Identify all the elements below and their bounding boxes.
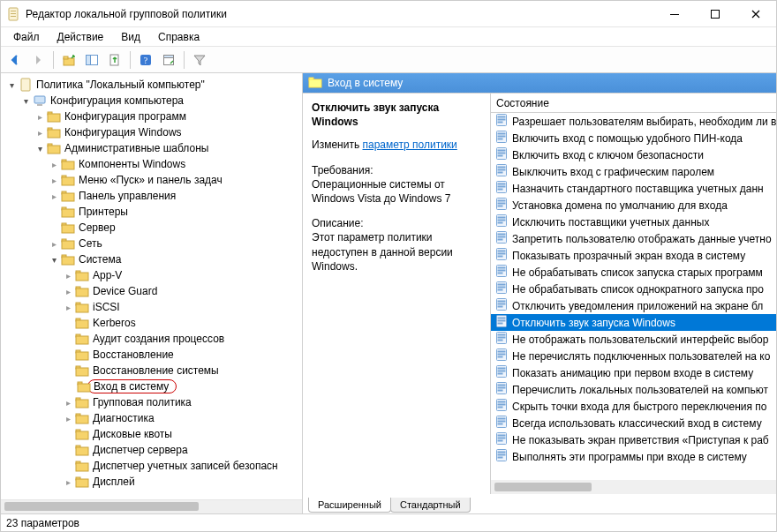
folder-icon <box>75 411 89 425</box>
svg-rect-131 <box>498 373 502 374</box>
settings-list-item[interactable]: Включить вход с помощью удобного ПИН-код… <box>491 130 776 146</box>
filter-button[interactable] <box>189 49 210 71</box>
folder-icon <box>75 475 89 489</box>
tree-computer-config[interactable]: Конфигурация компьютера <box>20 93 302 109</box>
svg-rect-21 <box>48 130 60 138</box>
svg-rect-151 <box>498 457 502 458</box>
tree-item[interactable]: Диспетчер учетных записей безопасн <box>63 458 302 474</box>
tree-admin-templates[interactable]: Административные шаблоны <box>34 140 302 156</box>
close-button[interactable] <box>736 1 776 26</box>
settings-list-item[interactable]: Скрыть точки входа для быстрого переключ… <box>491 398 776 415</box>
settings-list-item[interactable]: Разрешает пользователям выбирать, необхо… <box>491 113 776 130</box>
folder-icon <box>75 348 89 362</box>
settings-list[interactable]: Разрешает пользователям выбирать, необхо… <box>491 113 776 480</box>
settings-list-item[interactable]: Показать анимацию при первом входе в сис… <box>491 364 776 381</box>
tree-root[interactable]: Политика "Локальный компьютер" <box>6 77 302 93</box>
tab-standard[interactable]: Стандартный <box>390 498 471 513</box>
properties-button[interactable] <box>158 49 179 71</box>
folder-icon <box>61 221 75 235</box>
tree-item[interactable]: Восстановление системы <box>63 363 302 378</box>
settings-list-label: Выполнять эти программы при входе в сист… <box>512 451 747 463</box>
settings-list-item[interactable]: Выключить вход с графическим паролем <box>491 163 776 180</box>
svg-rect-130 <box>498 371 505 371</box>
tree-item[interactable]: Дисплей <box>63 474 302 490</box>
settings-list-item[interactable]: Показывать прозрачный экран входа в сист… <box>491 247 776 264</box>
svg-rect-129 <box>498 368 505 369</box>
tree-item[interactable]: Принтеры <box>49 204 302 220</box>
settings-list-item[interactable]: Отключить звук запуска Windows <box>491 314 776 331</box>
svg-rect-69 <box>498 116 505 117</box>
settings-list-item[interactable]: Не перечислять подключенных пользователе… <box>491 348 776 364</box>
menu-file[interactable]: Файл <box>6 29 47 45</box>
tree-item[interactable]: Панель управления <box>49 188 302 204</box>
tree-item[interactable]: iSCSI <box>63 299 302 315</box>
tree-system[interactable]: Система <box>49 251 302 267</box>
menu-view[interactable]: Вид <box>114 29 147 45</box>
svg-rect-81 <box>498 167 505 168</box>
settings-list-item[interactable]: Не обрабатывать список запуска старых пр… <box>491 264 776 281</box>
policy-setting-icon <box>494 448 509 465</box>
tree-item[interactable]: App-V <box>63 267 302 283</box>
settings-list-item[interactable]: Установка домена по умолчанию для входа <box>491 197 776 214</box>
tree-item[interactable]: Аудит создания процессов <box>63 331 302 347</box>
tree-item[interactable]: Конфигурация программ <box>34 109 302 124</box>
tree-item[interactable]: Дисковые квоты <box>63 426 302 442</box>
settings-list-item[interactable]: Всегда использовать классический вход в … <box>491 415 776 431</box>
svg-rect-115 <box>498 306 502 307</box>
tree-item[interactable]: Диагностика <box>63 410 302 426</box>
menu-help[interactable]: Справка <box>151 29 207 45</box>
menu-action[interactable]: Действие <box>50 29 111 45</box>
maximize-button[interactable] <box>695 1 736 26</box>
svg-rect-59 <box>76 431 88 439</box>
policy-setting-icon <box>494 163 509 180</box>
settings-list-label: Показывать прозрачный экран входа в сист… <box>512 250 745 262</box>
tree-item[interactable]: Сеть <box>49 236 302 251</box>
settings-list-item[interactable]: Выполнять эти программы при входе в сист… <box>491 448 776 465</box>
settings-list-item[interactable]: Не показывать экран приветствия «Приступ… <box>491 431 776 448</box>
settings-list-label: Не показывать экран приветствия «Приступ… <box>512 434 769 446</box>
svg-rect-134 <box>498 387 505 388</box>
svg-rect-113 <box>498 301 505 302</box>
list-hscrollbar[interactable] <box>491 480 776 494</box>
up-button[interactable] <box>58 49 79 71</box>
forward-button[interactable] <box>27 49 49 71</box>
tree-item[interactable]: Меню «Пуск» и панель задач <box>49 172 302 188</box>
column-header[interactable]: Состояние <box>491 94 776 113</box>
help-button[interactable]: ? <box>135 49 156 71</box>
tree[interactable]: Политика "Локальный компьютер" Конфигура… <box>1 73 302 499</box>
back-button[interactable] <box>4 49 26 71</box>
tree-item[interactable]: Сервер <box>49 220 302 236</box>
tree-item[interactable]: Восстановление <box>63 347 302 363</box>
policy-setting-icon <box>494 415 509 431</box>
tree-item[interactable]: Конфигурация Windows <box>34 124 302 140</box>
minimize-button[interactable] <box>654 1 695 26</box>
settings-list-item[interactable]: Исключить поставщики учетных данных <box>491 214 776 230</box>
folder-icon <box>75 268 89 282</box>
policy-setting-icon <box>494 146 509 163</box>
settings-list-label: Отключить звук запуска Windows <box>512 317 675 329</box>
edit-policy-link[interactable]: параметр политики <box>362 139 456 151</box>
settings-list-item[interactable]: Запретить пользователю отображать данные… <box>491 230 776 247</box>
svg-rect-2 <box>11 13 16 14</box>
settings-list-item[interactable]: Не обрабатывать список однократного запу… <box>491 281 776 297</box>
tree-item[interactable]: Device Guard <box>63 283 302 299</box>
svg-rect-25 <box>62 161 74 169</box>
settings-list-item[interactable]: Включить вход с ключом безопасности <box>491 146 776 163</box>
settings-list-item[interactable]: Не отображать пользовательский интерфейс… <box>491 331 776 348</box>
tree-item[interactable]: Kerberos <box>63 315 302 331</box>
tree-item[interactable]: Диспетчер сервера <box>63 442 302 458</box>
settings-list-item[interactable]: Отключить уведомления приложений на экра… <box>491 297 776 314</box>
tab-extended[interactable]: Расширенный <box>308 498 391 513</box>
svg-rect-15 <box>21 79 30 91</box>
show-hide-tree-button[interactable] <box>81 49 102 71</box>
tree-hscrollbar[interactable] <box>1 499 302 513</box>
export-button[interactable] <box>104 49 125 71</box>
tree-logon[interactable]: Вход в систему <box>63 378 302 394</box>
folder-icon <box>61 173 75 187</box>
settings-list-item[interactable]: Назначить стандартного поставщика учетны… <box>491 180 776 197</box>
tree-item[interactable]: Компоненты Windows <box>49 156 302 172</box>
tree-item[interactable]: Групповая политика <box>63 394 302 410</box>
svg-rect-53 <box>78 384 90 392</box>
settings-list-item[interactable]: Перечислить локальных пользователей на к… <box>491 381 776 398</box>
folder-icon <box>61 236 75 251</box>
